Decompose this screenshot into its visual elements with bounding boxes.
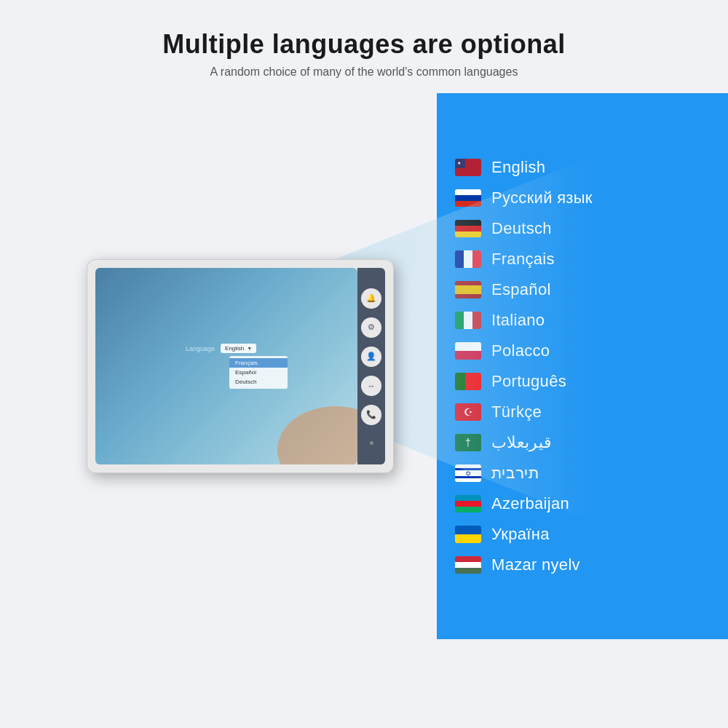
screen-lang-row: Language English ▼ — [186, 344, 256, 353]
screen-lang-list: Français Español Deutsch — [229, 356, 288, 389]
screen-lang-item-1[interactable]: Español — [229, 368, 288, 377]
page-subtitle: A random choice of many of the world's c… — [162, 66, 566, 79]
list-item[interactable]: Україна — [455, 521, 710, 547]
device-outer: Language English ▼ Français Español — [87, 259, 394, 473]
flag-us — [455, 159, 481, 176]
mute-icon: 🔔 — [366, 293, 376, 303]
lang-name-hu: Mazar nyelv — [491, 555, 580, 574]
device-screen: Language English ▼ Français Español — [95, 268, 357, 464]
lang-name-ua: Україна — [491, 525, 550, 544]
screen-lang-item-2[interactable]: Deutsch — [229, 377, 288, 387]
screen-lang-item-selected[interactable]: Français — [229, 358, 288, 368]
page-container: Multiple languages are optional A random… — [0, 0, 728, 728]
dropdown-arrow-icon: ▼ — [247, 346, 252, 351]
device-wrapper: Language English ▼ Français Español — [87, 259, 394, 473]
screen-lang-dropdown[interactable]: English ▼ — [221, 344, 256, 353]
lang-name-en: English — [491, 158, 545, 177]
flag-hu — [455, 556, 481, 574]
mute-button[interactable]: 🔔 — [361, 288, 381, 309]
content-area: Language English ▼ Français Español — [0, 93, 728, 639]
flag-az — [455, 495, 481, 513]
transfer-icon: ↔ — [368, 381, 376, 390]
settings-button[interactable]: ⚙ — [361, 317, 381, 338]
user-button[interactable]: 👤 — [361, 347, 381, 367]
device-screen-area: Language English ▼ Français Español — [95, 268, 357, 464]
screen-ui: Language English ▼ Français Español — [186, 344, 288, 389]
hand-silhouette — [248, 392, 357, 464]
user-icon: 👤 — [366, 352, 376, 361]
call-button[interactable]: 📞 — [361, 405, 381, 425]
selected-lang-text: English — [225, 345, 244, 352]
device-panel: 🔔 ⚙ 👤 ↔ 📞 — [357, 268, 385, 464]
panel-dot — [370, 441, 373, 445]
device-side: Language English ▼ Français Español — [0, 93, 437, 639]
list-item[interactable]: Mazar nyelv — [455, 552, 710, 578]
flag-ua — [455, 526, 481, 543]
settings-icon: ⚙ — [368, 323, 375, 332]
header: Multiple languages are optional A random… — [162, 0, 566, 79]
call-icon: 📞 — [366, 410, 376, 419]
screen-lang-label: Language — [186, 345, 215, 352]
page-title: Multiple languages are optional — [162, 29, 566, 60]
transfer-button[interactable]: ↔ — [361, 376, 381, 396]
